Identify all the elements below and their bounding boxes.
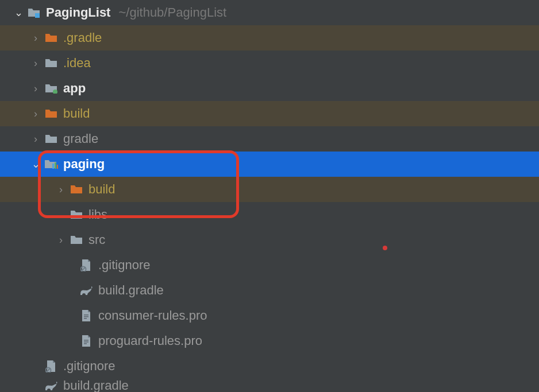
chevron-right-icon[interactable]: › [29, 108, 43, 120]
chevron-right-icon[interactable]: › [29, 32, 43, 44]
folder-label: app [63, 81, 86, 96]
project-name: PagingList [46, 5, 110, 20]
text-file-icon [78, 309, 95, 322]
tree-node-project-root[interactable]: ⌄ PagingList ~/github/PagingList [0, 0, 539, 25]
svg-rect-8 [84, 316, 88, 317]
svg-rect-0 [35, 13, 40, 18]
tree-node-idea[interactable]: › .idea [0, 51, 539, 76]
tree-node-app[interactable]: › app [0, 76, 539, 101]
annotation-dot [383, 246, 387, 250]
svg-rect-2 [52, 164, 54, 169]
ignore-file-icon [78, 259, 95, 271]
chevron-right-icon[interactable]: › [54, 234, 68, 246]
folder-label: paging [63, 157, 105, 172]
folder-label: .gradle [63, 30, 102, 45]
tree-node-root-buildgradle[interactable]: › build.gradle [0, 379, 539, 392]
tree-node-build[interactable]: › build [0, 101, 539, 126]
text-file-icon [78, 335, 95, 347]
tree-node-paging-consumer[interactable]: consumer-rules.pro [0, 303, 539, 328]
folder-label: build [63, 106, 90, 121]
excluded-folder-icon [68, 184, 85, 195]
tree-node-paging-src[interactable]: › src [0, 227, 539, 253]
file-label: .gitignore [98, 258, 151, 273]
excluded-folder-icon [43, 108, 60, 119]
svg-rect-11 [84, 341, 88, 343]
project-path: ~/github/PagingList [118, 5, 226, 20]
chevron-right-icon[interactable]: › [29, 133, 43, 145]
folder-label: libs [88, 207, 107, 222]
excluded-folder-icon [43, 33, 60, 43]
file-label: consumer-rules.pro [98, 308, 207, 323]
chevron-right-icon[interactable]: › [29, 57, 43, 69]
svg-rect-3 [55, 162, 56, 169]
chevron-down-icon[interactable]: ⌄ [11, 6, 25, 19]
project-tree[interactable]: ⌄ PagingList ~/github/PagingList › .grad… [0, 0, 539, 392]
module-folder-icon [43, 83, 60, 94]
chevron-down-icon[interactable]: ⌄ [29, 158, 43, 170]
chevron-right-icon[interactable]: › [29, 83, 43, 95]
tree-node-paging-proguard[interactable]: proguard-rules.pro [0, 328, 539, 354]
tree-node-paging-build[interactable]: › build [0, 177, 539, 202]
file-label: build.gradle [63, 379, 129, 392]
library-module-folder-icon [43, 159, 60, 169]
tree-node-root-gitignore[interactable]: › .gitignore [0, 354, 539, 379]
ignore-file-icon [43, 360, 60, 372]
svg-rect-4 [57, 165, 58, 169]
svg-rect-12 [84, 343, 87, 344]
svg-rect-10 [84, 340, 88, 341]
tree-node-paging-gitignore[interactable]: .gitignore [0, 253, 539, 278]
chevron-right-icon[interactable]: › [54, 184, 68, 196]
folder-icon [68, 209, 85, 220]
gradle-file-icon [78, 285, 95, 296]
folder-label: .idea [63, 56, 91, 71]
file-label: .gitignore [63, 359, 116, 374]
folder-icon [43, 58, 60, 68]
svg-rect-9 [84, 318, 87, 319]
tree-node-paging-libs[interactable]: › libs [0, 202, 539, 227]
folder-label: src [88, 232, 105, 247]
module-folder-icon [25, 7, 43, 18]
file-label: proguard-rules.pro [98, 333, 202, 348]
tree-node-paging[interactable]: ⌄ paging [0, 152, 539, 177]
folder-icon [43, 134, 60, 144]
folder-icon [68, 235, 85, 245]
gradle-file-icon [43, 380, 60, 391]
folder-label: build [88, 182, 115, 197]
svg-rect-7 [84, 315, 88, 316]
tree-node-paging-buildgradle[interactable]: build.gradle [0, 278, 539, 303]
file-label: build.gradle [98, 283, 164, 298]
tree-node-gradle-hidden[interactable]: › .gradle [0, 25, 539, 51]
tree-node-gradle[interactable]: › gradle [0, 126, 539, 152]
folder-label: gradle [63, 131, 98, 146]
